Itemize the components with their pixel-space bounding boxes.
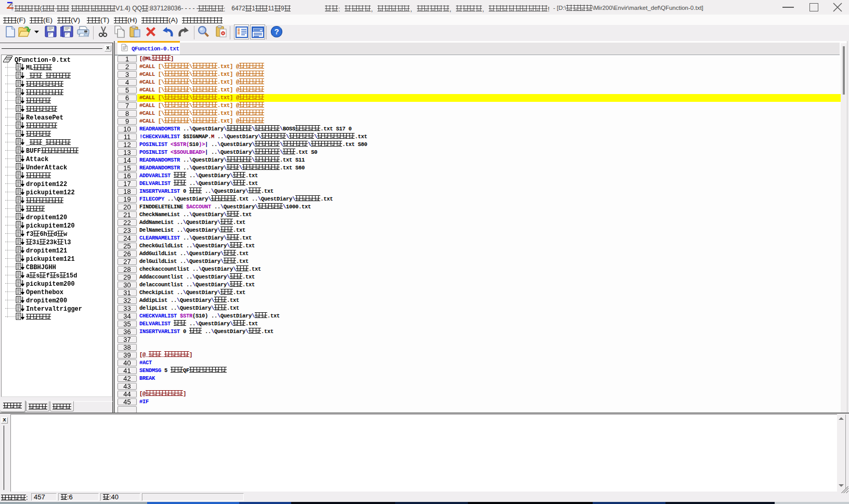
svg-text:?: ? (274, 27, 279, 36)
